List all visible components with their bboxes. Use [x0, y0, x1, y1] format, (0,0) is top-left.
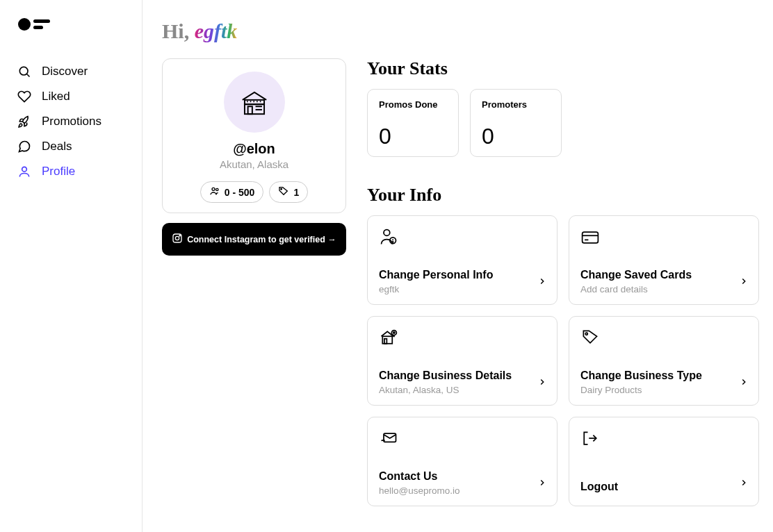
card-sub: Dairy Products [580, 385, 747, 395]
instagram-icon [172, 233, 183, 246]
people-icon [209, 185, 220, 199]
chevron-right-icon [537, 377, 547, 390]
connect-label: Connect Instagram to get verified → [187, 235, 336, 244]
heart-icon [17, 89, 32, 104]
sidebar-item-profile[interactable]: Profile [17, 164, 125, 179]
nav: Discover Liked Promotions Deals [17, 64, 125, 179]
handle: @elon [172, 141, 336, 157]
greeting-prefix: Hi, [162, 19, 195, 42]
card-title: Change Personal Info [379, 269, 546, 281]
svg-line-1 [27, 74, 30, 77]
user-info-icon [379, 227, 546, 249]
avatar [224, 72, 285, 133]
right-column: Your Stats Promos Done 0 Promoters 0 You… [367, 58, 759, 506]
credit-card-icon [580, 227, 747, 249]
logo-dot [18, 18, 31, 31]
chevron-right-icon [739, 276, 749, 289]
card-sub: hello@usepromo.io [379, 485, 546, 496]
card-sub: Akutan, Alaska, US [379, 385, 546, 395]
location: Akutan, Alaska [172, 158, 336, 170]
card-contact-us[interactable]: Contact Us hello@usepromo.io [367, 417, 558, 506]
svg-point-30 [393, 332, 395, 333]
main: Hi, egftk [143, 0, 773, 532]
card-personal-info[interactable]: Change Personal Info egftk [367, 215, 558, 305]
chevron-right-icon [739, 478, 749, 490]
card-title: Change Business Type [580, 369, 747, 382]
greeting: Hi, egftk [162, 19, 759, 43]
followers-range: 0 - 500 [225, 187, 255, 198]
sidebar-item-discover[interactable]: Discover [17, 64, 125, 79]
chat-icon [17, 139, 32, 154]
svg-point-16 [281, 189, 282, 190]
sidebar-item-label: Liked [42, 90, 70, 103]
svg-point-15 [215, 188, 218, 190]
stat-promoters: Promoters 0 [470, 89, 562, 157]
user-icon [17, 164, 32, 179]
stat-value: 0 [379, 124, 447, 149]
chevron-right-icon [537, 276, 547, 289]
info-title: Your Info [367, 185, 759, 206]
search-icon [17, 64, 32, 79]
pills: 0 - 500 1 [172, 181, 336, 203]
logo [18, 18, 125, 31]
connect-instagram-button[interactable]: Connect Instagram to get verified → [162, 223, 346, 256]
sidebar-item-label: Promotions [42, 115, 101, 128]
card-title: Contact Us [379, 470, 546, 483]
svg-rect-6 [247, 106, 252, 114]
sidebar-item-label: Discover [42, 65, 88, 78]
tags-count: 1 [293, 187, 299, 198]
tags-pill: 1 [269, 181, 308, 203]
card-title: Change Business Details [379, 369, 546, 382]
card-business-type[interactable]: Change Business Type Dairy Products [569, 316, 759, 406]
tag-icon [580, 328, 747, 350]
sidebar-item-liked[interactable]: Liked [17, 89, 125, 104]
followers-pill: 0 - 500 [200, 181, 264, 203]
sidebar-item-label: Deals [42, 140, 72, 153]
tag-icon [278, 185, 289, 199]
store-pin-icon [379, 328, 546, 350]
sidebar-item-promotions[interactable]: Promotions [17, 114, 125, 129]
card-business-details[interactable]: Change Business Details Akutan, Alaska, … [367, 316, 558, 406]
svg-point-0 [19, 67, 28, 75]
card-sub: egftk [379, 284, 546, 294]
chevron-right-icon [537, 478, 547, 490]
svg-point-18 [176, 236, 179, 240]
profile-card: @elon Akutan, Alaska 0 - 500 [162, 58, 346, 213]
logo-lines [33, 19, 50, 29]
logout-icon [580, 429, 747, 451]
sidebar-item-label: Profile [42, 165, 75, 178]
sidebar: Discover Liked Promotions Deals [0, 0, 143, 532]
card-sub: Add card details [580, 284, 747, 294]
card-saved-cards[interactable]: Change Saved Cards Add card details [569, 215, 759, 305]
card-title: Change Saved Cards [580, 269, 747, 281]
mail-hand-icon [379, 429, 546, 451]
svg-point-23 [393, 242, 393, 242]
rocket-icon [17, 114, 32, 129]
chevron-right-icon [739, 377, 749, 390]
greeting-name: egftk [195, 19, 238, 42]
svg-point-2 [22, 167, 27, 172]
card-logout[interactable]: Logout [569, 417, 759, 506]
stats-row: Promos Done 0 Promoters 0 [367, 89, 759, 157]
svg-point-14 [212, 188, 215, 190]
info-grid: Change Personal Info egftk Change Saved … [367, 215, 759, 506]
profile-column: @elon Akutan, Alaska 0 - 500 [162, 58, 346, 256]
svg-point-19 [179, 235, 180, 236]
card-title: Logout [580, 481, 747, 493]
sidebar-item-deals[interactable]: Deals [17, 139, 125, 154]
svg-rect-24 [583, 232, 599, 243]
svg-point-20 [384, 230, 390, 236]
svg-rect-28 [384, 339, 387, 344]
svg-point-31 [585, 333, 587, 335]
stat-promos-done: Promos Done 0 [367, 89, 459, 157]
stat-label: Promoters [482, 99, 550, 110]
stat-value: 0 [482, 124, 550, 149]
stats-title: Your Stats [367, 58, 759, 79]
stat-label: Promos Done [379, 99, 447, 110]
